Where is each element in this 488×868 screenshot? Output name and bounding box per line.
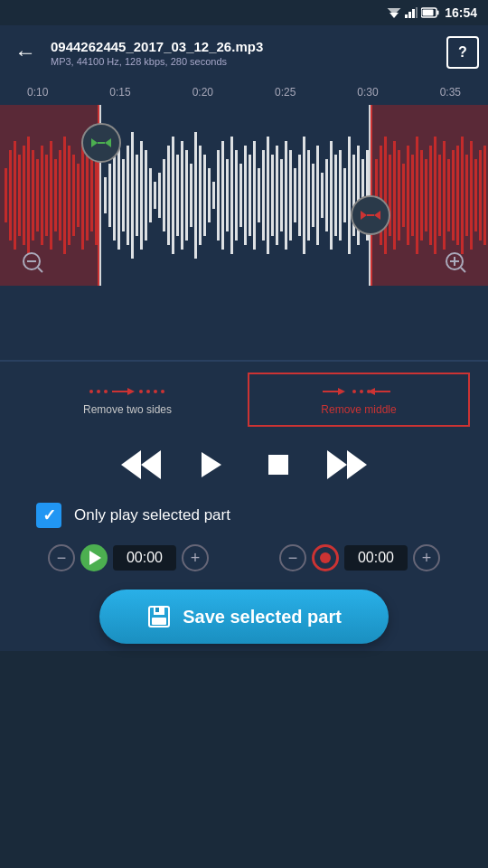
save-selected-part-button[interactable]: Save selected part — [99, 590, 389, 644]
end-time-minus-button[interactable]: − — [279, 544, 306, 571]
playback-row — [0, 441, 488, 488]
svg-rect-73 — [298, 155, 301, 236]
svg-point-134 — [154, 390, 157, 393]
svg-rect-48 — [185, 150, 188, 241]
wifi-icon — [387, 7, 401, 18]
fast-forward-icon — [327, 450, 367, 479]
left-marker-handle[interactable] — [81, 123, 121, 163]
end-time-plus-button[interactable]: + — [413, 544, 440, 571]
svg-rect-35 — [127, 146, 129, 245]
svg-rect-30 — [104, 177, 107, 213]
svg-rect-42 — [158, 173, 161, 218]
svg-rect-69 — [280, 159, 283, 231]
only-play-checkbox[interactable]: ✓ — [36, 503, 61, 528]
checkbox-row: ✓ Only play selected part — [0, 503, 488, 528]
svg-rect-72 — [294, 168, 296, 222]
svg-rect-59 — [235, 150, 238, 241]
remove-middle-svg — [318, 383, 399, 400]
zoom-minus-icon — [21, 250, 44, 274]
waveform-section: 0:10 0:15 0:20 0:25 0:30 0:35 — [0, 80, 488, 360]
fast-forward-button[interactable] — [324, 441, 371, 488]
start-time-group: − 00:00 + — [48, 544, 209, 571]
timeline-label-5: 0:30 — [357, 86, 378, 99]
start-time-value: 00:00 — [113, 545, 176, 571]
play-icon — [202, 452, 221, 477]
svg-marker-143 — [141, 450, 161, 479]
svg-rect-41 — [154, 182, 156, 209]
left-marker-arrows-icon — [91, 136, 111, 150]
svg-rect-71 — [289, 150, 292, 241]
svg-marker-1 — [388, 8, 401, 15]
svg-rect-77 — [316, 146, 319, 245]
save-icon — [146, 604, 172, 629]
svg-rect-56 — [221, 141, 224, 250]
svg-rect-63 — [253, 141, 256, 250]
svg-rect-51 — [199, 146, 202, 245]
start-play-icon — [89, 551, 101, 565]
remove-middle-button[interactable]: Remove middle — [248, 373, 470, 427]
svg-rect-64 — [258, 168, 260, 222]
back-arrow-icon: ← — [14, 40, 36, 65]
timeline-label-6: 0:35 — [440, 86, 461, 99]
timeline-label-2: 0:15 — [109, 86, 130, 99]
right-marker-handle[interactable] — [351, 195, 390, 235]
svg-rect-36 — [131, 132, 134, 259]
svg-rect-44 — [167, 146, 170, 245]
svg-rect-38 — [140, 141, 143, 250]
rewind-icon — [121, 450, 161, 479]
svg-rect-78 — [321, 173, 324, 218]
start-time-minus-button[interactable]: − — [48, 544, 75, 571]
only-play-label: Only play selected part — [74, 506, 230, 524]
svg-rect-74 — [303, 137, 305, 254]
svg-marker-146 — [347, 450, 367, 479]
remove-buttons-row: Remove two sides Remove middle — [0, 373, 488, 427]
svg-rect-82 — [339, 150, 342, 241]
svg-point-138 — [352, 390, 356, 393]
svg-marker-131 — [127, 388, 135, 395]
rewind-button[interactable] — [117, 441, 164, 488]
svg-rect-53 — [208, 168, 211, 222]
zoom-plus-button[interactable] — [441, 248, 470, 277]
battery-icon — [421, 7, 439, 18]
svg-line-126 — [461, 268, 465, 272]
start-time-plus-button[interactable]: + — [182, 544, 209, 571]
svg-rect-5 — [416, 7, 418, 18]
svg-marker-144 — [121, 450, 141, 479]
svg-rect-79 — [325, 159, 328, 231]
stop-button[interactable] — [255, 441, 302, 488]
svg-rect-83 — [343, 168, 346, 222]
svg-rect-45 — [172, 137, 174, 254]
svg-rect-80 — [330, 141, 333, 250]
remove-middle-label: Remove middle — [321, 403, 396, 416]
signal-icon — [405, 7, 418, 18]
svg-rect-39 — [145, 150, 147, 241]
play-button[interactable] — [186, 441, 233, 488]
end-indicator — [312, 544, 339, 571]
svg-point-128 — [97, 390, 100, 393]
timeline-label-4: 0:25 — [275, 86, 296, 99]
zoom-minus-button[interactable] — [18, 248, 47, 277]
right-marker-arrows-icon — [361, 208, 380, 222]
waveform-canvas — [0, 105, 488, 286]
timeline: 0:10 0:15 0:20 0:25 0:30 0:35 — [0, 80, 488, 105]
remove-middle-icon — [318, 383, 399, 400]
svg-point-132 — [139, 390, 143, 393]
remove-two-sides-button[interactable]: Remove two sides — [18, 373, 237, 427]
svg-rect-49 — [190, 164, 192, 227]
help-button[interactable]: ? — [446, 36, 479, 69]
svg-rect-84 — [348, 137, 351, 254]
remove-two-sides-icon — [87, 383, 168, 400]
svg-rect-60 — [239, 164, 242, 227]
back-button[interactable]: ← — [9, 36, 42, 69]
status-time: 16:54 — [445, 5, 477, 20]
timeline-label-3: 0:20 — [192, 86, 213, 99]
svg-rect-7 — [437, 11, 439, 15]
svg-rect-32 — [113, 150, 116, 241]
status-bar: 16:54 — [0, 0, 488, 25]
svg-rect-54 — [212, 182, 215, 209]
end-record-icon — [320, 552, 331, 563]
remove-two-sides-svg — [87, 383, 168, 400]
svg-rect-46 — [176, 155, 179, 236]
svg-rect-31 — [108, 164, 111, 227]
svg-rect-52 — [203, 155, 206, 236]
